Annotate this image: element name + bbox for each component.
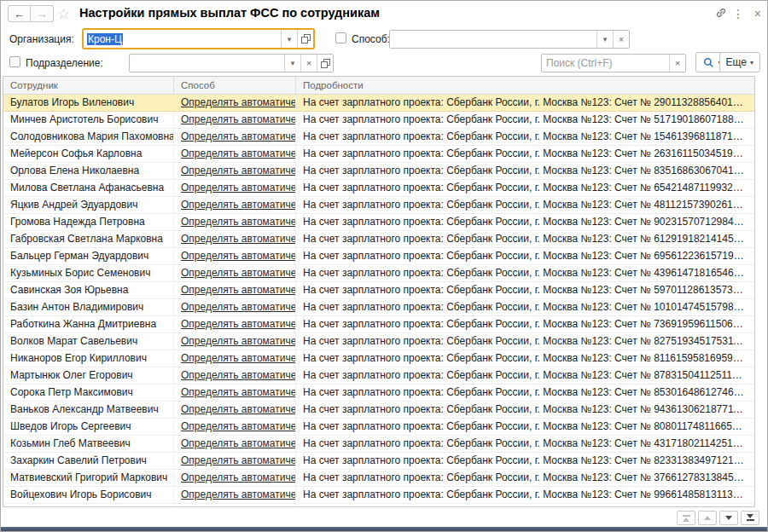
search-clear-button[interactable]: × [669,55,685,72]
method-link[interactable]: Определять автоматически [181,301,296,313]
podrazdelenie-input[interactable] [130,55,284,72]
forward-arrow-icon: → [37,8,48,20]
table-row[interactable]: Войцехович Игорь Борисович Определять ав… [3,487,754,504]
podrazdelenie-clear-button[interactable]: × [300,55,317,72]
podrazdelenie-checkbox[interactable] [9,56,20,67]
favorite-star-icon[interactable]: ☆ [57,5,70,23]
more-actions-button[interactable]: Еще ▾ [719,52,760,72]
sposob-field[interactable]: ▾ × [389,30,630,49]
table-row[interactable]: Работкина Жанна Дмитриевна Определять ав… [3,316,754,333]
scroll-to-top-button[interactable] [677,511,695,525]
employee-name: Волков Марат Савельевич [3,333,174,350]
method-link[interactable]: Определять автоматически [181,352,296,364]
organization-choose-button[interactable] [297,30,313,48]
forward-button[interactable]: → [31,5,54,22]
payment-details: На счет зарплатного проекта: Сбербанк Ро… [296,316,754,332]
column-header-method[interactable]: Способ [174,77,296,94]
table-row[interactable]: Мейерсон Софья Карловна Определять автом… [3,146,754,163]
table-row[interactable]: Матвиевский Григорий Маркович Определять… [3,470,754,487]
method-link[interactable]: Определять автоматически [181,96,296,108]
organization-field[interactable]: Крон-Ц ▾ [82,28,315,49]
table-row[interactable]: Определять автоматически На счет зарплат… [3,504,754,506]
table-row[interactable]: Козьмин Глеб Матвеевич Определять автома… [3,436,754,453]
table-row[interactable]: Яцкив Андрей Эдуардович Определять автом… [3,197,754,214]
payment-details: На счет зарплатного проекта: Сбербанк Ро… [296,333,754,350]
table-row[interactable]: Шведов Игорь Сергеевич Определять автома… [3,419,754,436]
method-link[interactable]: Определять автоматически [181,454,296,466]
employee-name: Мейерсон Софья Карловна [3,146,174,162]
close-icon[interactable]: × [754,7,761,20]
method-link[interactable]: Определять автоматически [181,284,296,296]
chevron-down-icon: ▾ [291,59,295,67]
search-field[interactable]: × [541,54,686,72]
method-link[interactable]: Определять автоматически [181,199,296,211]
employee-name: Сорока Петр Максимович [3,385,174,401]
search-input[interactable] [542,55,669,72]
more-menu-icon[interactable]: ⋮ [732,7,744,20]
table-row[interactable]: Бальцер Герман Эдуардович Определять авт… [3,248,754,265]
method-link[interactable]: Определять автоматически [181,403,296,415]
clear-x-icon: × [675,58,680,68]
employee-name: Мартынюк Олег Егорович [3,367,174,384]
method-link[interactable]: Определять автоматически [181,165,296,176]
payment-details: На счет зарплатного проекта: Сбербанк Ро… [296,436,754,452]
method-link[interactable]: Определять автоматически [181,318,296,330]
employee-name: Милова Светлана Афанасьевна [3,180,174,196]
table-row[interactable]: Минчев Аристотель Борисович Определять а… [3,112,754,129]
method-link[interactable]: Определять автоматически [181,113,296,125]
employee-name: Козьмин Глеб Матвеевич [3,436,174,452]
method-link[interactable]: Определять автоматически [181,471,296,483]
table-row[interactable]: Громова Надежда Петровна Определять авто… [3,214,754,231]
method-link[interactable]: Определять автоматически [181,250,296,262]
method-link[interactable]: Определять автоматически [181,489,296,500]
column-header-employee[interactable]: Сотрудник [3,77,174,94]
podrazdelenie-choose-button[interactable] [317,55,333,72]
table-row[interactable]: Волков Марат Савельевич Определять автом… [3,333,754,350]
table-row[interactable]: Орлова Елена Николаевна Определять автом… [3,163,754,180]
get-link-icon[interactable] [714,6,728,20]
table-row[interactable]: Милова Светлана Афанасьевна Определять а… [3,180,754,197]
page-title: Настройки прямых выплат ФСС по сотрудник… [79,6,380,20]
table-row[interactable]: Захаркин Савелий Петрович Определять авт… [3,453,754,470]
history-nav: ← → [8,5,54,22]
organization-label: Организация: [9,33,74,45]
sposob-input[interactable] [390,31,596,48]
payment-details: На счет зарплатного проекта: Сбербанк Ро… [296,265,754,281]
scroll-down-button[interactable] [719,511,738,525]
method-link[interactable]: Определять автоматически [181,147,296,159]
table-row[interactable]: Мартынюк Олег Егорович Определять автома… [3,367,754,385]
arrow-down-icon [725,516,732,520]
method-link[interactable]: Определять автоматически [181,182,296,194]
method-link[interactable]: Определять автоматически [181,335,296,347]
column-header-details[interactable]: Подробности [296,77,754,94]
payment-details: На счет зарплатного проекта: Сбербанк Ро… [296,350,754,367]
organization-value: Крон-Ц [84,30,281,48]
method-link[interactable]: Определять автоматически [181,506,296,506]
table-row[interactable]: Булатов Игорь Виленович Определять автом… [3,95,754,112]
sposob-checkbox[interactable] [335,32,346,43]
method-link[interactable]: Определять автоматически [181,233,296,245]
table-row[interactable]: Никаноров Егор Кириллович Определять авт… [3,350,754,367]
table-row[interactable]: Сорока Петр Максимович Определять автома… [3,385,754,402]
table-row[interactable]: Габровская Светлана Марковна Определять … [3,231,754,248]
method-link[interactable]: Определять автоматически [181,130,296,142]
back-button[interactable]: ← [8,5,31,22]
method-link[interactable]: Определять автоматически [181,267,296,279]
sposob-clear-button[interactable]: × [613,31,629,48]
table-row[interactable]: Солодовникова Мария Пахомовна Определять… [3,129,754,146]
method-link[interactable]: Определять автоматически [181,420,296,432]
method-link[interactable]: Определять автоматически [181,369,296,381]
method-link[interactable]: Определять автоматически [181,386,296,398]
table-row[interactable]: Базин Антон Владимирович Определять авто… [3,299,754,316]
podrazdelenie-field[interactable]: ▾ × [129,54,334,72]
scroll-up-button[interactable] [698,511,717,525]
method-link[interactable]: Определять автоматически [181,216,296,228]
table-row[interactable]: Савинская Зоя Юрьевна Определять автомат… [3,282,754,299]
table-row[interactable]: Ваньков Александр Матвеевич Определять а… [3,402,754,419]
table-row[interactable]: Кузьминых Борис Семенович Определять авт… [3,265,754,282]
method-link[interactable]: Определять автоматически [181,437,296,449]
organization-dropdown-button[interactable]: ▾ [281,30,297,48]
podrazdelenie-dropdown-button[interactable]: ▾ [284,55,300,72]
scroll-to-bottom-button[interactable] [741,511,759,525]
sposob-dropdown-button[interactable]: ▾ [596,31,613,48]
